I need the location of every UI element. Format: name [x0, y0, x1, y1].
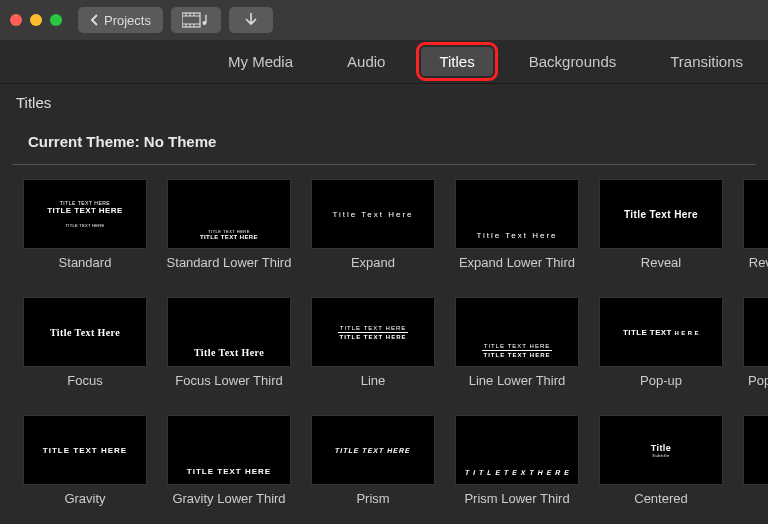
thumbnail: Title: [743, 415, 768, 485]
svg-point-9: [202, 21, 206, 25]
tab-transitions[interactable]: Transitions: [652, 47, 761, 76]
title-item-lower[interactable]: Title Lower: [740, 415, 768, 519]
title-item-popup-lower-third[interactable]: TITLE TEXT H E R E Pop-up Lower Third: [740, 297, 768, 401]
thumbnail: Title Text Here: [599, 179, 723, 249]
import-button[interactable]: [229, 7, 273, 33]
browser-tabs: My Media Audio Titles Backgrounds Transi…: [0, 40, 768, 84]
title-caption: Expand: [351, 255, 395, 283]
thumbnail: T I T L E T E X T H E R E: [455, 415, 579, 485]
divider: [482, 350, 552, 351]
svg-rect-0: [182, 13, 200, 27]
title-item-standard-lower-third[interactable]: TITLE TEXT HERE TITLE TEXT HERE Standard…: [164, 179, 294, 283]
chevron-left-icon: [90, 14, 100, 26]
title-item-reveal-lower-third[interactable]: Title Text Here Reveal Lower Third: [740, 179, 768, 283]
divider: [338, 332, 408, 333]
title-item-line-lower-third[interactable]: TITLE TEXT HERE TITLE TEXT HERE Line Low…: [452, 297, 582, 401]
title-caption: Reveal Lower Third: [749, 255, 768, 283]
back-projects-button[interactable]: Projects: [78, 7, 163, 33]
thumbnail: Title Text Here: [23, 297, 147, 367]
title-item-popup[interactable]: TITLE TEXT H E R E Pop-up: [596, 297, 726, 401]
title-caption: Line: [361, 373, 386, 401]
thumbnail: TITLE TEXT HERE TITLE TEXT HERE: [455, 297, 579, 367]
title-caption: Focus: [67, 373, 102, 401]
thumbnail: TITLE TEXT HERE TITLE TEXT HERE: [167, 179, 291, 249]
thumbnail: TITLE TEXT HERE: [311, 415, 435, 485]
title-caption: Focus Lower Third: [175, 373, 282, 401]
tab-audio[interactable]: Audio: [329, 47, 403, 76]
thumbnail: TITLE TEXT H E R E: [743, 297, 768, 367]
download-arrow-icon: [244, 12, 258, 28]
title-item-gravity[interactable]: TITLE TEXT HERE Gravity: [20, 415, 150, 519]
tab-titles[interactable]: Titles: [421, 47, 492, 76]
title-caption: Prism: [356, 491, 389, 519]
thumbnail: Title Text Here: [311, 179, 435, 249]
title-item-expand[interactable]: Title Text Here Expand: [308, 179, 438, 283]
tab-my-media[interactable]: My Media: [210, 47, 311, 76]
title-item-expand-lower-third[interactable]: Title Text Here Expand Lower Third: [452, 179, 582, 283]
thumbnail: TITLE TEXT HERE: [167, 415, 291, 485]
minimize-window-button[interactable]: [30, 14, 42, 26]
thumbnail: Title Text Here: [455, 179, 579, 249]
thumbnail: TITLE TEXT H E R E: [599, 297, 723, 367]
close-window-button[interactable]: [10, 14, 22, 26]
section-title: Titles: [0, 84, 768, 117]
title-caption: Pop-up: [640, 373, 682, 401]
title-item-line[interactable]: TITLE TEXT HERE TITLE TEXT HERE Line: [308, 297, 438, 401]
title-item-reveal[interactable]: Title Text Here Reveal: [596, 179, 726, 283]
toolbar: Projects: [0, 0, 768, 40]
title-item-focus[interactable]: Title Text Here Focus: [20, 297, 150, 401]
title-item-standard[interactable]: TITLE TEXT HERE TITLE TEXT HERE TITLE TE…: [20, 179, 150, 283]
title-caption: Gravity Lower Third: [172, 491, 285, 519]
thumbnail: Title Subtitle: [599, 415, 723, 485]
thumbnail: Title Text Here: [743, 179, 768, 249]
maximize-window-button[interactable]: [50, 14, 62, 26]
media-library-button[interactable]: [171, 7, 221, 33]
tab-backgrounds[interactable]: Backgrounds: [511, 47, 635, 76]
back-label: Projects: [104, 13, 151, 28]
title-item-centered[interactable]: Title Subtitle Centered: [596, 415, 726, 519]
title-caption: Line Lower Third: [469, 373, 566, 401]
title-item-prism-lower-third[interactable]: T I T L E T E X T H E R E Prism Lower Th…: [452, 415, 582, 519]
title-item-gravity-lower-third[interactable]: TITLE TEXT HERE Gravity Lower Third: [164, 415, 294, 519]
thumbnail: TITLE TEXT HERE TITLE TEXT HERE TITLE TE…: [23, 179, 147, 249]
title-caption: Pop-up Lower Third: [748, 373, 768, 401]
thumbnail: Title Text Here: [167, 297, 291, 367]
current-theme-label: Current Theme: No Theme: [12, 117, 756, 165]
title-caption: Reveal: [641, 255, 681, 283]
thumbnail: TITLE TEXT HERE TITLE TEXT HERE: [311, 297, 435, 367]
thumbnail: TITLE TEXT HERE: [23, 415, 147, 485]
filmstrip-music-icon: [182, 12, 210, 28]
window-controls: [10, 14, 62, 26]
titles-grid: TITLE TEXT HERE TITLE TEXT HERE TITLE TE…: [0, 179, 768, 519]
title-caption: Standard Lower Third: [167, 255, 292, 283]
title-caption: Standard: [59, 255, 112, 283]
title-item-prism[interactable]: TITLE TEXT HERE Prism: [308, 415, 438, 519]
title-caption: Centered: [634, 491, 687, 519]
title-caption: Gravity: [64, 491, 105, 519]
title-caption: Expand Lower Third: [459, 255, 575, 283]
title-item-focus-lower-third[interactable]: Title Text Here Focus Lower Third: [164, 297, 294, 401]
title-caption: Prism Lower Third: [464, 491, 569, 519]
